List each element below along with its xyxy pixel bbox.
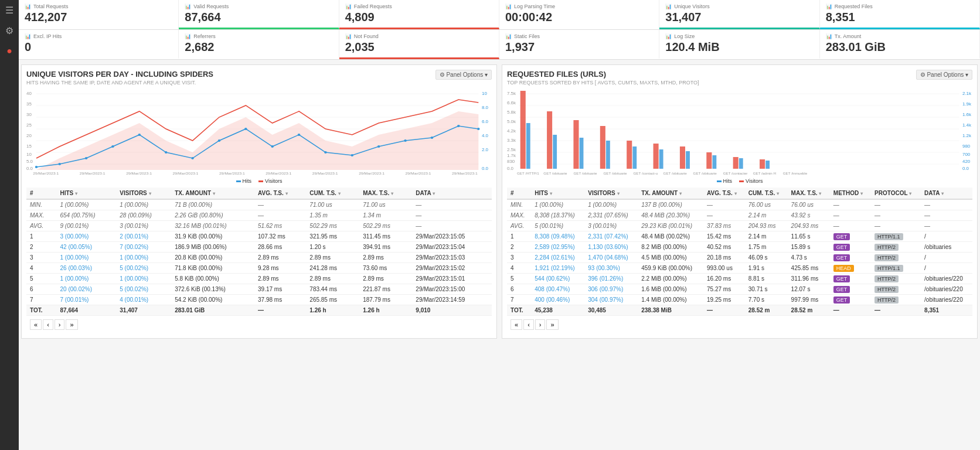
svg-text:1.7k: 1.7k (507, 153, 516, 158)
gear-icon[interactable]: ⚙ (5, 25, 13, 36)
files-cell-link[interactable]: 306 (00.97%) (588, 286, 623, 292)
menu-icon[interactable]: ☰ (5, 5, 13, 16)
files-cell-link[interactable]: 1,130 (03.60%) (588, 244, 628, 250)
fpag-last-btn[interactable]: » (546, 319, 558, 330)
protocol-badge: HTTP/2 (874, 244, 899, 251)
pag-next-btn[interactable]: › (55, 319, 65, 330)
valid-requests-value: 87,664 (185, 11, 332, 24)
protocol-badge: HTTP/2 (874, 296, 899, 304)
visitors-table: # HITS ▾ VISITORS ▾ TX. AMOUNT ▾ AVG. T.… (26, 188, 492, 316)
protocol-badge: HTTP/2 (874, 254, 899, 261)
files-table-row: 7400 (00.46%)304 (00.97%)1.4 MiB (00.00%… (507, 295, 972, 305)
visitors-cell-link[interactable]: 4 (00.01%) (120, 296, 148, 303)
svg-point-34 (324, 151, 327, 154)
fcol-visitors[interactable]: VISITORS ▾ (584, 188, 638, 199)
col-tx-amount[interactable]: TX. AMOUNT ▾ (171, 188, 254, 199)
svg-text:GET /obituarie: GET /obituarie (603, 172, 627, 175)
visitors-cell-link[interactable]: 2 (00.01%) (120, 233, 148, 240)
visitors-cell-link[interactable]: 1 (00.00%) (120, 254, 148, 261)
svg-point-30 (218, 139, 221, 142)
files-cell-link[interactable]: 396 (01.26%) (588, 275, 623, 282)
files-cell-link[interactable]: 1,921 (02.19%) (535, 265, 574, 271)
files-row-min: MIN.1 (00.00%)1 (00.00%)137 B (00.00%)—7… (507, 199, 972, 210)
svg-text:GET /obituarie: GET /obituarie (573, 172, 597, 175)
bar-chart-icon-2: 📊 (185, 4, 191, 9)
files-cell-link[interactable]: 93 (00.30%) (588, 265, 620, 271)
svg-rect-92 (712, 155, 716, 169)
fpag-prev-btn[interactable]: ‹ (523, 319, 534, 330)
visitors-cell-link[interactable]: 5 (00.02%) (120, 286, 148, 292)
visitors-cell-link[interactable]: 3 (00.00%) (60, 233, 89, 240)
svg-text:GET /admin H: GET /admin H (753, 172, 776, 175)
method-badge: GET (833, 254, 850, 261)
svg-text:29/Mar/2023:1: 29/Mar/2023:1 (266, 171, 291, 175)
col-max-ts[interactable]: MAX. T.S. ▾ (359, 188, 412, 199)
svg-text:1.4k: 1.4k (962, 122, 971, 127)
files-cell-link[interactable]: 8,308 (09.48%) (535, 233, 574, 240)
svg-rect-83 (600, 126, 605, 169)
visitors-panel-header: UNIQUE VISITORS PER DAY - INCLUDING SPID… (26, 70, 492, 86)
files-cell-link[interactable]: 2,284 (02.61%) (535, 254, 574, 261)
stat-static-files: 📊 Static Files 1,937 (499, 30, 659, 59)
visitors-cell-link[interactable]: 5 (00.02%) (120, 265, 148, 271)
files-cell-link[interactable]: 544 (00.62%) (535, 275, 570, 282)
svg-text:6.0: 6.0 (482, 119, 488, 124)
visitors-cell-link[interactable]: 1 (00.00%) (120, 275, 148, 282)
files-cell-link[interactable]: 304 (00.97%) (588, 296, 623, 303)
col-avg-ts[interactable]: AVG. T.S. ▾ (254, 188, 306, 199)
fpag-next-btn[interactable]: › (535, 319, 546, 330)
protocol-badge: HTTP/2 (874, 275, 899, 282)
col-hash[interactable]: # (26, 188, 57, 199)
svg-rect-86 (632, 146, 637, 169)
files-panel-options-button[interactable]: ⚙ Panel Options ▾ (916, 70, 972, 80)
svg-text:29/Mar/2023:1: 29/Mar/2023:1 (126, 171, 152, 175)
files-table-row: 5544 (00.62%)396 (01.26%)2.2 MiB (00.00%… (507, 274, 972, 284)
col-cum-ts[interactable]: CUM. T.S. ▾ (306, 188, 359, 199)
svg-point-29 (191, 157, 194, 159)
fcol-data[interactable]: DATA ▾ (921, 188, 972, 199)
bar-chart-icon-10: 📊 (505, 33, 512, 39)
fcol-cum-ts[interactable]: CUM. T.S. ▾ (745, 188, 788, 199)
svg-rect-79 (547, 111, 552, 169)
svg-text:20: 20 (26, 133, 32, 138)
fcol-tx-amount[interactable]: TX. AMOUNT ▾ (638, 188, 703, 199)
visitors-cell-link[interactable]: 7 (00.02%) (120, 244, 148, 250)
files-cell-link[interactable]: 2,589 (02.95%) (535, 244, 574, 250)
visitors-cell-link[interactable]: 42 (00.05%) (60, 244, 92, 250)
files-cell-link[interactable]: 408 (00.47%) (535, 286, 570, 292)
fcol-max-ts[interactable]: MAX. T.S. ▾ (788, 188, 830, 199)
col-data[interactable]: DATA ▾ (412, 188, 492, 199)
col-hits[interactable]: HITS ▾ (57, 188, 117, 199)
files-table-row: 41,921 (02.19%)93 (00.30%)459.9 KiB (00.… (507, 263, 972, 274)
visitors-cell-link[interactable]: 7 (00.01%) (60, 296, 89, 303)
pag-last-btn[interactable]: » (66, 319, 77, 330)
files-row-tot: TOT.45,23830,485238.38 MiB—28.52 m28.52 … (507, 305, 972, 316)
fcol-protocol[interactable]: PROTOCOL ▾ (871, 188, 921, 199)
referrers-value: 2,682 (185, 40, 332, 54)
pag-first-btn[interactable]: « (30, 319, 42, 330)
fpag-first-btn[interactable]: « (511, 319, 522, 330)
files-cell-link[interactable]: 1,470 (04.68%) (588, 254, 628, 261)
visitors-panel-subtitle: HITS HAVING THE SAME IP, DATE AND AGENT … (26, 80, 213, 86)
fcol-hits[interactable]: HITS ▾ (531, 188, 584, 199)
visitors-table-row: 426 (00.03%)5 (00.02%)71.8 KiB (00.00%)9… (26, 263, 492, 274)
fcol-avg-ts[interactable]: AVG. T.S. ▾ (703, 188, 745, 199)
visitors-cell-link[interactable]: 1 (00.00%) (60, 254, 89, 261)
bar-chart-icon-5: 📊 (665, 4, 672, 9)
files-cell-link[interactable]: 400 (00.46%) (535, 296, 570, 303)
visitors-cell-link[interactable]: 20 (00.02%) (60, 286, 92, 292)
svg-text:GET /HTTP/1: GET /HTTP/1 (517, 172, 539, 175)
files-table-header-row: # HITS ▾ VISITORS ▾ TX. AMOUNT ▾ AVG. T.… (507, 188, 972, 199)
svg-point-36 (377, 145, 380, 148)
svg-text:GET /contact-u: GET /contact-u (634, 172, 658, 175)
files-cell-link[interactable]: 2,331 (07.42%) (588, 233, 628, 240)
pag-prev-btn[interactable]: ‹ (43, 319, 53, 330)
fcol-method[interactable]: METHOD ▾ (830, 188, 871, 199)
fcol-hash[interactable]: # (507, 188, 531, 199)
col-visitors[interactable]: VISITORS ▾ (116, 188, 171, 199)
visitors-panel-title: UNIQUE VISITORS PER DAY - INCLUDING SPID… (26, 70, 213, 79)
not-found-value: 2,035 (345, 40, 493, 54)
visitors-cell-link[interactable]: 1 (00.00%) (60, 275, 89, 282)
visitors-panel-options-button[interactable]: ⚙ Panel Options ▾ (435, 70, 492, 80)
visitors-cell-link[interactable]: 26 (00.03%) (60, 265, 92, 271)
